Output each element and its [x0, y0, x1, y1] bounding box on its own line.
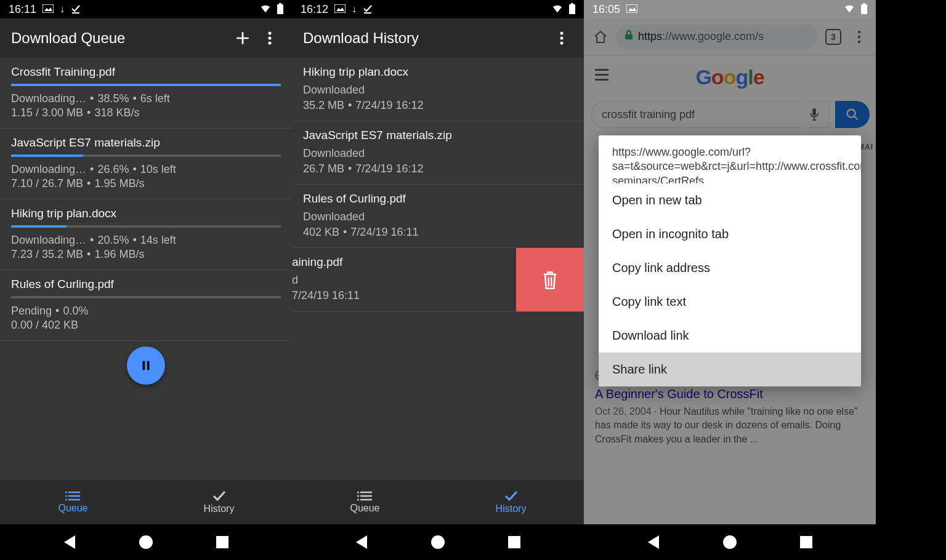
recents-button[interactable]	[216, 535, 229, 549]
svg-point-21	[560, 32, 564, 35]
svg-point-31	[357, 499, 359, 501]
wifi-icon	[552, 4, 563, 15]
page-title: Download History	[303, 30, 546, 47]
svg-point-30	[357, 495, 359, 497]
status-bar: 16:12 ↓	[292, 0, 584, 18]
download-done-icon	[71, 4, 81, 15]
file-title: JavaScript ES7 materials.zip	[11, 136, 281, 150]
file-title: Rules of Curling.pdf	[11, 278, 281, 291]
add-button[interactable]	[232, 27, 254, 49]
svg-marker-1	[44, 7, 52, 11]
svg-point-29	[357, 492, 359, 494]
home-button[interactable]	[723, 535, 737, 549]
menu-open-new-tab[interactable]: Open in new tab	[599, 183, 861, 217]
back-button[interactable]	[647, 535, 660, 549]
eta: 6s left	[140, 92, 170, 105]
download-item[interactable]: Hiking trip plan.docx Downloading…•20.5%…	[0, 199, 292, 270]
menu-download-link[interactable]: Download link	[599, 319, 861, 353]
progress-bar	[11, 225, 281, 228]
file-title: Crossfit Training.pdf	[11, 65, 281, 79]
svg-rect-34	[863, 3, 865, 4]
history-list: Hiking trip plan.docx Downloaded 35.2 MB…	[292, 58, 584, 480]
percent: 38.5%	[97, 92, 129, 105]
more-button[interactable]	[259, 27, 281, 49]
app-bar: Download Queue	[0, 18, 292, 58]
download-item[interactable]: JavaScript ES7 materials.zip Downloading…	[0, 129, 292, 199]
image-icon	[334, 4, 346, 15]
history-item[interactable]: Rules of Curling.pdf Downloaded 402 KB•7…	[292, 185, 584, 248]
svg-marker-17	[336, 7, 344, 11]
svg-point-13	[65, 492, 67, 494]
tab-label: Queue	[58, 503, 87, 514]
recents-button[interactable]	[507, 535, 521, 549]
more-button[interactable]	[551, 27, 573, 49]
battery-icon	[277, 3, 283, 16]
battery-icon	[861, 3, 867, 16]
menu-copy-text[interactable]: Copy link text	[599, 285, 861, 319]
tab-history[interactable]: History	[438, 480, 584, 524]
back-button[interactable]	[355, 535, 368, 549]
status-bar: 16:11 ↓	[0, 0, 292, 18]
file-title: aining.pdf	[292, 255, 505, 269]
status-text: Downloaded	[303, 84, 573, 97]
system-nav	[292, 524, 584, 560]
tab-queue[interactable]: Queue	[292, 480, 438, 524]
svg-rect-19	[571, 3, 573, 4]
home-button[interactable]	[431, 535, 445, 549]
svg-rect-35	[861, 4, 867, 14]
sizes: 1.15 / 3.00 MB	[11, 106, 83, 119]
tab-label: Queue	[350, 503, 379, 514]
context-menu: https://www.google.com/url?sa=t&source=w…	[599, 135, 861, 386]
status-bar: 16:05	[584, 0, 876, 18]
bottom-nav: Queue History	[292, 480, 584, 524]
delete-button[interactable]	[516, 248, 584, 311]
svg-point-14	[65, 495, 67, 497]
download-arrow-icon: ↓	[60, 4, 65, 14]
home-button[interactable]	[139, 535, 153, 549]
history-item-swiped[interactable]: aining.pdf d 7/24/19 16:11	[292, 248, 584, 312]
status-text: Downloading…	[11, 92, 86, 105]
file-title: Hiking trip plan.docx	[11, 207, 281, 220]
app-bar: Download History	[292, 18, 584, 58]
tab-history[interactable]: History	[146, 480, 292, 524]
image-icon	[626, 4, 637, 15]
menu-open-incognito[interactable]: Open in incognito tab	[599, 217, 861, 251]
menu-copy-address[interactable]: Copy link address	[599, 251, 861, 285]
popup-url: https://www.google.com/url?sa=t&source=w…	[599, 135, 861, 183]
svg-rect-8	[143, 361, 145, 370]
svg-rect-4	[277, 4, 283, 14]
svg-point-5	[269, 32, 272, 35]
history-item[interactable]: JavaScript ES7 materials.zip Downloaded …	[292, 121, 584, 185]
svg-rect-16	[334, 4, 346, 13]
svg-point-22	[560, 37, 564, 40]
download-done-icon	[363, 4, 373, 15]
speed: 318 KB/s	[94, 106, 139, 119]
system-nav	[0, 524, 292, 560]
status-time: 16:11	[9, 3, 36, 16]
history-item[interactable]: Hiking trip plan.docx Downloaded 35.2 MB…	[292, 58, 584, 121]
recents-button[interactable]	[799, 535, 813, 549]
menu-share-link[interactable]: Share link	[599, 353, 861, 386]
page-title: Download Queue	[11, 30, 227, 47]
download-item[interactable]: Rules of Curling.pdf Pending•0.0% 0.00 /…	[0, 270, 292, 341]
pause-all-button[interactable]	[127, 346, 165, 385]
svg-point-23	[560, 42, 564, 45]
svg-rect-9	[147, 361, 150, 370]
svg-rect-32	[626, 4, 637, 13]
svg-rect-3	[279, 3, 281, 4]
svg-point-7	[269, 42, 272, 45]
svg-point-15	[65, 499, 67, 501]
download-item[interactable]: Crossfit Training.pdf Downloading…•38.5%…	[0, 58, 292, 129]
svg-rect-20	[569, 4, 575, 14]
progress-bar	[11, 154, 281, 157]
back-button[interactable]	[63, 535, 76, 549]
status-time: 16:05	[592, 3, 620, 16]
system-nav	[584, 524, 876, 560]
tab-queue[interactable]: Queue	[0, 480, 146, 524]
file-title: Hiking trip plan.docx	[303, 65, 573, 79]
battery-icon	[569, 3, 575, 16]
svg-rect-0	[42, 4, 54, 13]
bottom-nav: Queue History	[0, 480, 292, 524]
svg-marker-33	[628, 7, 636, 11]
progress-bar	[11, 296, 281, 298]
